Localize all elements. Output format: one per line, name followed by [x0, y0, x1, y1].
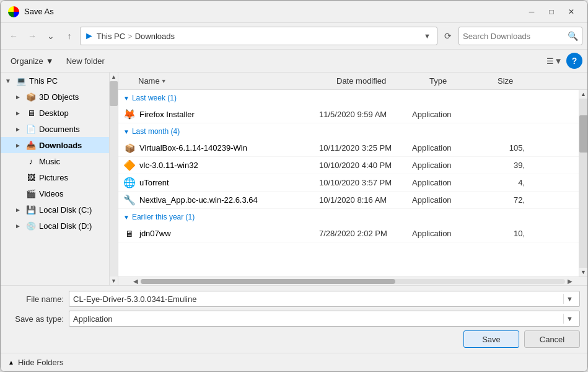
filename-dropdown-arrow[interactable]: ▼: [563, 294, 576, 304]
nextiva-type: Application: [412, 195, 480, 205]
sidebar-wrapper: ▼ 💻 This PC ► 📦 3D Objects ► 🖥 Desktop ►: [1, 73, 118, 285]
vlc-name: vlc-3.0.11-win32: [139, 161, 319, 170]
vscroll-down-button[interactable]: ▼: [579, 268, 588, 277]
save-button[interactable]: Save: [463, 330, 519, 348]
pictures-toggle: [13, 172, 23, 182]
sidebar-item-documents[interactable]: ► 📄 Documents: [1, 121, 109, 137]
nextiva-name: Nextiva_App.bc-uc.win-22.6.3.64: [139, 195, 319, 205]
localc-icon: 💾: [25, 204, 37, 215]
filetype-dropdown-arrow[interactable]: ▼: [563, 314, 576, 324]
help-button[interactable]: ?: [566, 53, 582, 69]
back-button[interactable]: ←: [6, 28, 22, 44]
pictures-icon: 🖼: [25, 172, 37, 183]
desktop-icon: 🖥: [25, 107, 37, 118]
sidebar-item-localc[interactable]: ► 💾 Local Disk (C:): [1, 202, 109, 218]
hide-folders-bar[interactable]: ▲ Hide Folders: [1, 353, 587, 371]
filename-field[interactable]: CL-Eye-Driver-5.3.0.0341-Emuline ▼: [69, 291, 580, 307]
filename-label: File name:: [8, 294, 64, 304]
sidebar-item-downloads[interactable]: ► 📥 Downloads: [1, 137, 109, 153]
locald-icon: 💿: [25, 220, 37, 231]
sidebar-item-pictures[interactable]: 🖼 Pictures: [1, 169, 109, 185]
file-list-hscrollbar[interactable]: ◀ ▶: [118, 277, 587, 285]
sidebar-item-thispc[interactable]: ▼ 💻 This PC: [1, 73, 109, 89]
sidebar-scroll-thumb: [110, 81, 118, 106]
file-row-utorrent[interactable]: 🌐 uTorrent 10/10/2020 3:57 PM Applicatio…: [118, 174, 579, 192]
forward-button[interactable]: →: [24, 28, 40, 44]
new-folder-button[interactable]: New folder: [61, 52, 110, 69]
videos-icon: 🎬: [25, 188, 37, 199]
search-input[interactable]: [463, 32, 568, 41]
3dobjects-toggle: ►: [13, 92, 23, 102]
group-last-week[interactable]: ▼ Last week (1): [118, 90, 579, 106]
recent-locations-button[interactable]: ⌄: [43, 28, 59, 44]
filetype-row: Save as type: Application ▼: [8, 311, 580, 327]
jdn07ww-icon: 🖥: [123, 228, 136, 240]
virtualbox-name: VirtualBox-6.1.14-140239-Win: [139, 143, 319, 153]
thispc-label: This PC: [29, 76, 58, 86]
virtualbox-size: 105,: [480, 143, 530, 153]
locald-toggle: ►: [13, 221, 23, 231]
column-header-type[interactable]: Type: [427, 76, 495, 86]
address-bar[interactable]: ► This PC > Downloads ▼: [80, 27, 437, 45]
file-row-vlc[interactable]: 🔶 vlc-3.0.11-win32 10/10/2020 4:40 PM Ap…: [118, 157, 579, 174]
downloads-label: Downloads: [39, 141, 82, 150]
sidebar: ▼ 💻 This PC ► 📦 3D Objects ► 🖥 Desktop ►: [1, 73, 109, 285]
vscroll-track: [579, 99, 588, 268]
column-header-size[interactable]: Size: [495, 76, 545, 86]
column-header-name[interactable]: Name ▼: [136, 76, 334, 86]
utorrent-date: 10/10/2020 3:57 PM: [319, 178, 412, 187]
desktop-label: Desktop: [39, 108, 69, 118]
col-date-label: Date modified: [336, 76, 386, 86]
view-button[interactable]: ☰▼: [545, 52, 564, 69]
sidebar-item-desktop[interactable]: ► 🖥 Desktop: [1, 105, 109, 121]
refresh-button[interactable]: ⟳: [440, 28, 456, 44]
3dobjects-label: 3D Objects: [39, 92, 79, 102]
jdn07ww-name: jdn07ww: [139, 229, 319, 238]
group-last-month[interactable]: ▼ Last month (4): [118, 123, 579, 140]
vscroll-up-button[interactable]: ▲: [579, 90, 588, 99]
column-header-date[interactable]: Date modified: [334, 76, 427, 86]
address-bar-area: ← → ⌄ ↑ ► This PC > Downloads ▼ ⟳ 🔍: [1, 23, 587, 50]
title-bar: Save As ─ □ ✕: [1, 1, 587, 23]
up-button[interactable]: ↑: [61, 28, 77, 44]
sidebar-item-music[interactable]: ♪ Music: [1, 153, 109, 169]
file-row-firefox[interactable]: 🦊 Firefox Installer 11/5/2020 9:59 AM Ap…: [118, 106, 579, 123]
desktop-toggle: ►: [13, 108, 23, 118]
organize-button[interactable]: Organize ▼: [6, 52, 59, 69]
main-content: ▼ 💻 This PC ► 📦 3D Objects ► 🖥 Desktop ►: [1, 73, 587, 285]
sidebar-scrollbar[interactable]: ▲ ▼: [109, 73, 118, 285]
organize-arrow-icon: ▼: [46, 56, 54, 66]
sidebar-item-videos[interactable]: 🎬 Videos: [1, 185, 109, 202]
file-row-nextiva[interactable]: 🔧 Nextiva_App.bc-uc.win-22.6.3.64 10/1/2…: [118, 192, 579, 209]
bottom-input-area: File name: CL-Eye-Driver-5.3.0.0341-Emul…: [1, 285, 587, 353]
group-earlier-year[interactable]: ▼ Earlier this year (1): [118, 209, 579, 225]
breadcrumb-separator: >: [128, 32, 133, 41]
virtualbox-date: 10/11/2020 3:25 PM: [319, 143, 412, 153]
file-row-jdn07ww[interactable]: 🖥 jdn07ww 7/28/2020 2:02 PM Application …: [118, 225, 579, 242]
cancel-button[interactable]: Cancel: [524, 330, 580, 348]
music-label: Music: [39, 157, 60, 166]
filename-row: File name: CL-Eye-Driver-5.3.0.0341-Emul…: [8, 291, 580, 307]
nextiva-date: 10/1/2020 8:16 AM: [319, 195, 412, 205]
jdn07ww-date: 7/28/2020 2:02 PM: [319, 229, 412, 238]
close-button[interactable]: ✕: [563, 6, 580, 18]
minimize-button[interactable]: ─: [523, 6, 540, 18]
thispc-icon: 💻: [15, 75, 27, 86]
maximize-button[interactable]: □: [543, 6, 560, 18]
filetype-field[interactable]: Application ▼: [69, 311, 580, 327]
utorrent-icon: 🌐: [123, 177, 136, 189]
breadcrumb-downloads[interactable]: Downloads: [135, 32, 175, 41]
filename-value: CL-Eye-Driver-5.3.0.0341-Emuline: [73, 294, 563, 304]
breadcrumb-thispc[interactable]: This PC: [97, 32, 125, 41]
hscroll-right-button[interactable]: ▶: [565, 278, 575, 285]
sidebar-item-3dobjects[interactable]: ► 📦 3D Objects: [1, 89, 109, 105]
sidebar-scroll-up[interactable]: ▲: [110, 73, 118, 81]
file-list-vscrollbar[interactable]: ▲ ▼: [579, 90, 587, 277]
vlc-icon: 🔶: [123, 159, 136, 172]
sidebar-item-locald[interactable]: ► 💿 Local Disk (D:): [1, 218, 109, 234]
hscroll-left-button[interactable]: ◀: [131, 278, 141, 285]
sidebar-scroll-down[interactable]: ▼: [110, 277, 118, 285]
file-row-virtualbox[interactable]: 📦 VirtualBox-6.1.14-140239-Win 10/11/202…: [118, 140, 579, 157]
address-dropdown-button[interactable]: ▼: [421, 31, 433, 41]
3dobjects-icon: 📦: [25, 91, 37, 102]
